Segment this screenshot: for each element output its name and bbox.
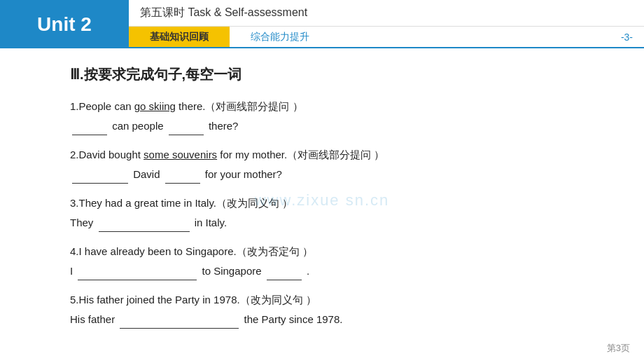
q1-underline: go skiing (134, 100, 176, 112)
section-title: Ⅲ.按要求完成句子,每空一词 (70, 65, 602, 84)
q4-original: 4.I have already been to Singapore.（改为否定… (70, 242, 602, 261)
q3-answer: They in Italy. (70, 212, 602, 232)
q1-blank2 (169, 116, 204, 135)
header-right: 第五课时 Task & Self-assessment 基础知识回顾 综合能力提… (129, 0, 644, 48)
page-number: -3- (621, 32, 633, 43)
tab-comprehensive[interactable]: 综合能力提升 (230, 27, 330, 47)
q1-original: 1.People can go skiing there.（对画线部分提问 ） (70, 97, 602, 116)
question-1: 1.People can go skiing there.（对画线部分提问 ） … (70, 97, 602, 135)
lesson-title: 第五课时 Task & Self-assessment (129, 0, 644, 27)
q1-blank1 (72, 116, 107, 135)
q2-underline: some souvenirs (144, 149, 217, 160)
tabs: 基础知识回顾 综合能力提升 -3- (129, 27, 644, 47)
q4-blank2 (267, 261, 302, 280)
q5-answer: His father the Party since 1978. (70, 309, 602, 329)
q2-answer: David for your mother? (70, 164, 602, 184)
question-3: 3.They had a great time in Italy.（改为同义句 … (70, 193, 602, 232)
unit-label: Unit 2 (0, 0, 129, 48)
header: Unit 2 第五课时 Task & Self-assessment 基础知识回… (0, 0, 644, 48)
q1-answer: can people there? (70, 116, 602, 135)
q3-blank1 (99, 212, 190, 232)
tab-basics[interactable]: 基础知识回顾 (129, 27, 230, 47)
q4-blank1 (78, 261, 197, 280)
main-content: www.zixue sn.cn Ⅲ.按要求完成句子,每空一词 1.People … (0, 48, 644, 352)
q2-original: 2.David bought some souvenirs for my mot… (70, 145, 602, 164)
q4-answer: I to Singapore . (70, 261, 602, 280)
q2-blank1 (72, 164, 128, 184)
question-2: 2.David bought some souvenirs for my mot… (70, 145, 602, 184)
q2-blank2 (165, 164, 200, 184)
question-5: 5.His father joined the Party in 1978.（改… (70, 290, 602, 329)
question-4: 4.I have already been to Singapore.（改为否定… (70, 242, 602, 280)
q5-original: 5.His father joined the Party in 1978.（改… (70, 290, 602, 309)
q5-blank1 (120, 309, 239, 329)
bottom-page-number: 第3页 (607, 342, 630, 355)
q3-original: 3.They had a great time in Italy.（改为同义句 … (70, 193, 602, 212)
